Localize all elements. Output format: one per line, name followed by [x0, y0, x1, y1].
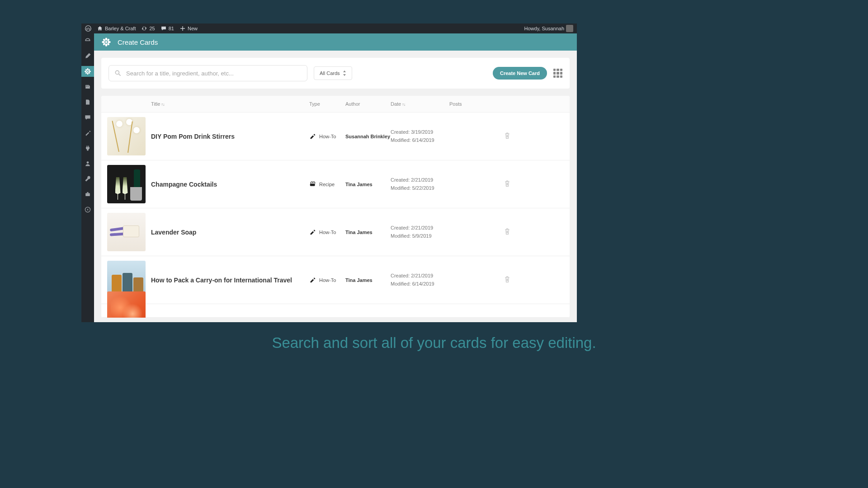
sidebar-item-pages[interactable]	[81, 97, 94, 108]
svg-point-4	[85, 70, 87, 72]
filter-select[interactable]: All Cards	[314, 66, 352, 80]
svg-rect-11	[85, 193, 90, 196]
howdy-text: Howdy, Susannah	[524, 26, 564, 31]
svg-point-0	[85, 26, 91, 32]
type-icon	[309, 277, 316, 284]
row-thumbnail	[101, 117, 151, 155]
search-input[interactable]	[126, 70, 302, 77]
row-thumbnail	[101, 165, 151, 203]
svg-point-18	[108, 41, 110, 43]
comments-count: 81	[169, 26, 174, 31]
trash-icon	[504, 131, 511, 140]
wp-admin-bar: Barley & Craft 25 81 New Howdy, Susannah	[81, 23, 577, 33]
table-header: Title↑↓ Type Author Date↑↓ Posts	[101, 96, 570, 113]
col-title[interactable]: Title↑↓	[151, 101, 309, 107]
sort-icon	[343, 70, 346, 76]
sidebar-item-appearance[interactable]	[81, 127, 94, 138]
sort-arrows-icon: ↑↓	[402, 102, 405, 107]
row-date: Created: 3/19/2019Modified: 6/14/2019	[391, 128, 449, 144]
table-row[interactable]	[101, 304, 570, 318]
sidebar-item-plugins[interactable]	[81, 143, 94, 154]
sidebar-item-comments[interactable]	[81, 112, 94, 123]
updates-link[interactable]: 25	[141, 25, 155, 32]
svg-point-5	[89, 70, 91, 72]
svg-rect-12	[87, 192, 88, 193]
row-title: Champagne Cocktails	[151, 181, 309, 188]
svg-point-3	[87, 72, 88, 75]
svg-point-1	[87, 70, 88, 72]
row-type: How-To	[309, 229, 345, 236]
row-title: Lavender Soap	[151, 229, 309, 236]
table-row[interactable]: Champagne CocktailsRecipeTina JamesCreat…	[101, 160, 570, 208]
row-author: Tina James	[345, 182, 391, 187]
svg-point-2	[87, 68, 88, 70]
svg-rect-24	[310, 183, 315, 186]
sidebar-item-dashboard[interactable]	[81, 35, 94, 46]
delete-button[interactable]	[504, 227, 511, 237]
cards-table: Title↑↓ Type Author Date↑↓ Posts DIY Pom…	[101, 96, 570, 318]
updates-count: 25	[149, 26, 155, 31]
svg-point-23	[115, 70, 119, 74]
trash-icon	[504, 275, 511, 283]
row-author: Tina James	[345, 277, 391, 283]
howdy-link[interactable]: Howdy, Susannah	[524, 25, 573, 32]
type-icon	[309, 133, 316, 140]
sidebar-item-create[interactable]	[81, 66, 94, 77]
type-icon	[309, 229, 316, 236]
page-header: Create Cards	[94, 33, 577, 51]
comments-link[interactable]: 81	[160, 25, 174, 32]
row-date: Created: 2/21/2019Modified: 5/9/2019	[391, 224, 449, 240]
sidebar-item-posts[interactable]	[81, 51, 94, 61]
filter-label: All Cards	[320, 70, 340, 76]
row-type: Recipe	[309, 181, 345, 188]
sidebar-item-media[interactable]	[81, 81, 94, 92]
delete-button[interactable]	[504, 275, 511, 285]
col-type[interactable]: Type	[309, 101, 345, 107]
svg-point-16	[105, 43, 108, 46]
flower-icon	[101, 37, 111, 47]
create-card-label: Create New Card	[500, 70, 540, 76]
marketing-caption: Search and sort all of your cards for ea…	[0, 334, 868, 352]
site-link[interactable]: Barley & Craft	[97, 25, 136, 32]
row-thumbnail	[101, 291, 151, 318]
row-title: DIY Pom Pom Drink Stirrers	[151, 133, 309, 140]
admin-sidebar	[81, 33, 94, 322]
sidebar-item-settings[interactable]	[81, 189, 94, 200]
new-link[interactable]: New	[179, 25, 198, 32]
svg-point-10	[87, 161, 89, 164]
search-icon	[114, 70, 122, 77]
col-posts[interactable]: Posts	[449, 101, 486, 107]
site-name: Barley & Craft	[105, 26, 136, 31]
type-icon	[309, 181, 316, 188]
create-card-button[interactable]: Create New Card	[493, 67, 547, 80]
svg-point-14	[105, 41, 108, 43]
wp-logo[interactable]	[85, 25, 91, 32]
page-title: Create Cards	[118, 38, 158, 46]
svg-point-15	[105, 38, 108, 40]
table-row[interactable]: How to Pack a Carry-on for International…	[101, 256, 570, 304]
table-row[interactable]: DIY Pom Pom Drink StirrersHow-ToSusannah…	[101, 113, 570, 160]
row-author: Susannah Brinkley	[345, 134, 391, 139]
row-date: Created: 2/21/2019Modified: 5/22/2019	[391, 176, 449, 192]
row-type: How-To	[309, 277, 345, 284]
user-avatar-icon	[566, 25, 573, 32]
table-row[interactable]: Lavender SoapHow-ToTina JamesCreated: 2/…	[101, 208, 570, 256]
trash-icon	[504, 179, 511, 188]
search-input-wrap[interactable]	[108, 65, 307, 81]
grid-view-button[interactable]	[553, 69, 562, 78]
row-type: How-To	[309, 133, 345, 140]
sidebar-item-users[interactable]	[81, 158, 94, 169]
row-title: How to Pack a Carry-on for International…	[151, 277, 309, 284]
row-thumbnail	[101, 213, 151, 251]
sidebar-item-collapse[interactable]	[81, 204, 94, 215]
row-author: Tina James	[345, 230, 391, 235]
delete-button[interactable]	[504, 179, 511, 189]
col-date[interactable]: Date↑↓	[391, 101, 449, 107]
col-author[interactable]: Author	[345, 101, 391, 107]
svg-point-17	[102, 41, 104, 43]
toolbar-panel: All Cards Create New Card	[101, 58, 570, 89]
sort-arrows-icon: ↑↓	[161, 102, 164, 107]
sidebar-item-tools[interactable]	[81, 174, 94, 184]
new-label: New	[188, 26, 198, 31]
delete-button[interactable]	[504, 131, 511, 141]
